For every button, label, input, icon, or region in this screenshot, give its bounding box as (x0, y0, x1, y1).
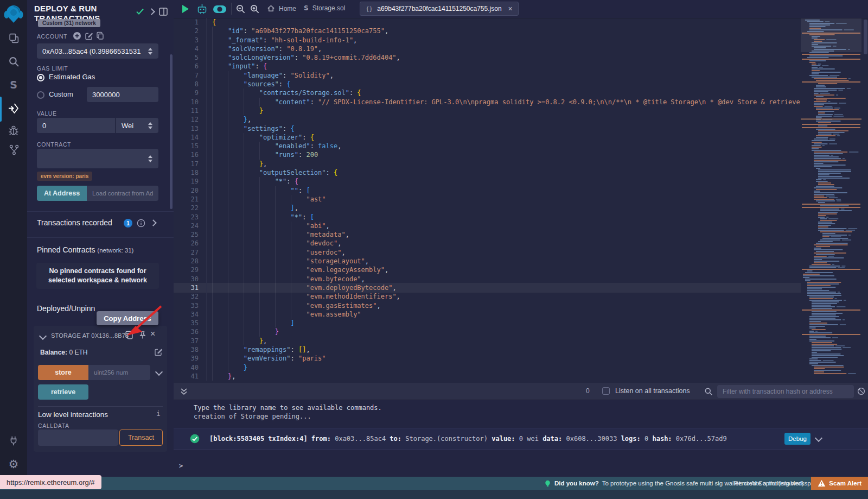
collapse-terminal-icon[interactable] (180, 388, 188, 397)
debugger-icon[interactable] (7, 124, 20, 137)
code-line: 41 }, (174, 372, 801, 381)
custom-gas-radio[interactable] (37, 91, 44, 99)
code-line: 12 }, (174, 115, 801, 124)
tx-success-icon (190, 434, 200, 446)
settings-gear-icon[interactable]: ⚙ (7, 458, 20, 471)
add-account-icon[interactable] (73, 31, 81, 42)
line-number: 40 (174, 363, 206, 372)
copy-account-icon[interactable] (96, 31, 105, 42)
transact-button[interactable]: Transact (119, 429, 163, 446)
clear-console-icon[interactable] (857, 387, 865, 397)
line-number: 23 (174, 213, 206, 222)
panel-scrollbar[interactable] (170, 54, 173, 209)
status-right-cluster: RemixAI Copilot (enabled) Scam Alert (734, 477, 868, 490)
code-line: 24 "abi", (174, 222, 801, 230)
contract-instance-title[interactable]: STORAGE AT 0X136...8B78 (51, 332, 129, 339)
line-number: 31 (174, 283, 206, 292)
tab-home[interactable]: Home (267, 4, 296, 12)
remix-logo-icon[interactable] (4, 3, 23, 24)
code-line: 39 "evmVersion": "paris" (174, 354, 801, 363)
terminal-prompt[interactable]: > (179, 462, 183, 470)
line-number: 15 (174, 142, 206, 150)
solidity-compiler-icon[interactable]: S (7, 78, 20, 91)
home-icon (267, 4, 275, 12)
line-number: 17 (174, 160, 206, 168)
red-arrow-annotation (119, 304, 190, 339)
estimated-gas-radio[interactable] (37, 74, 44, 81)
close-tab-icon[interactable]: × (508, 4, 513, 13)
divider (231, 3, 232, 15)
balance-row: Balance: 0 ETH (40, 349, 87, 356)
editor-minimap[interactable] (801, 18, 861, 377)
debug-button[interactable]: Debug (784, 433, 810, 445)
pinned-contracts-title: Pinned Contracts (network: 31) (37, 245, 133, 254)
custom-gas-input[interactable]: 3000000 (87, 87, 158, 102)
at-address-input[interactable] (87, 186, 158, 201)
code-line: 6 "input": { (174, 62, 801, 71)
panel-columns-icon[interactable] (159, 8, 168, 18)
calldata-input[interactable] (38, 429, 118, 446)
file-explorer-icon[interactable] (7, 31, 20, 45)
retrieve-button[interactable]: retrieve (38, 384, 88, 400)
low-level-info-icon[interactable]: i (156, 409, 161, 418)
line-number: 10 (174, 98, 206, 106)
network-badge: Custom (31) network (38, 19, 100, 27)
editor-area: Home S Storage.sol {} a69b43f277ba20fcac… (174, 0, 868, 383)
tx-count-badge: 1 (124, 219, 132, 228)
line-number: 39 (174, 354, 206, 363)
edit-account-icon[interactable] (85, 31, 93, 42)
gas-limit-label: GAS LIMIT (37, 65, 68, 72)
listen-all-checkbox[interactable] (602, 387, 610, 395)
window-edge (0, 490, 868, 499)
search-icon[interactable] (7, 55, 20, 68)
account-select[interactable]: 0xA03...85ac4 (0.39866531531 (37, 43, 158, 59)
code-line: 14 "optimizer": { (174, 133, 801, 142)
terminal-search-icon (704, 387, 713, 398)
copilot-status[interactable]: RemixAI Copilot (enabled) (734, 480, 803, 487)
code-editor[interactable]: 1{2 "id": "a69b43f277ba20fcac141151250ca… (174, 18, 801, 383)
line-number: 22 (174, 204, 206, 212)
panel-expand-icon[interactable] (148, 8, 155, 15)
deploy-run-icon[interactable] (7, 102, 20, 115)
store-button[interactable]: store (38, 365, 88, 380)
code-line: 7 "language": "Solidity", (174, 71, 801, 80)
code-line: 23 "*": [ (174, 213, 801, 222)
code-line: 13 "settings": { (174, 124, 801, 133)
value-unit-select[interactable]: Wei (116, 118, 158, 133)
tab-json-active[interactable]: {} a69b43f277ba20fcac141151250ca755.json… (360, 2, 519, 16)
deployed-contract-card: STORAGE AT 0X136...8B78 × Balance: 0 ETH (34, 326, 167, 452)
code-line: 5 "solcLongVersion": "0.8.19+commit.7dd6… (174, 53, 801, 62)
run-script-icon[interactable] (181, 4, 189, 16)
transaction-log-row[interactable]: [block:5583405 txIndex:4] from: 0xa03...… (174, 428, 868, 450)
contract-select[interactable] (37, 149, 158, 168)
stepper-icon (148, 155, 153, 162)
scam-alert-button[interactable]: Scam Alert (811, 477, 868, 490)
zoom-in-icon[interactable] (250, 4, 260, 16)
git-branch-icon[interactable] (7, 143, 20, 156)
filter-tx-input[interactable] (717, 385, 854, 398)
edit-balance-icon[interactable] (154, 348, 163, 358)
code-line: 30 "evm.bytecode", (174, 275, 801, 283)
status-bar: Did you know? To prototype using the Gno… (0, 477, 868, 490)
at-address-button[interactable]: At Address (37, 186, 87, 201)
expand-log-icon[interactable] (815, 434, 822, 442)
plugin-manager-icon[interactable] (7, 434, 20, 447)
divider (27, 211, 174, 212)
collapse-contract-icon[interactable] (39, 332, 47, 340)
panel-check-icon (136, 8, 144, 17)
tab-storage-sol[interactable]: S Storage.sol (304, 4, 345, 12)
info-icon[interactable] (137, 219, 145, 230)
expand-store-args-icon[interactable] (155, 368, 163, 376)
line-number: 5 (174, 53, 206, 62)
zoom-out-icon[interactable] (235, 4, 246, 16)
ai-assistant-icon[interactable] (196, 3, 208, 17)
value-input[interactable]: 0 (37, 118, 115, 133)
tx-recorded-expand-icon[interactable] (150, 219, 157, 226)
code-line: 36 } (174, 327, 801, 336)
line-number: 3 (174, 36, 206, 45)
copilot-toggle-icon[interactable] (213, 5, 227, 16)
calldata-label: CALLDATA (38, 422, 69, 429)
code-line: 34 "evm.assembly" (174, 310, 801, 319)
uint256-input[interactable] (88, 365, 150, 380)
editor-scrollbar[interactable] (864, 20, 867, 54)
